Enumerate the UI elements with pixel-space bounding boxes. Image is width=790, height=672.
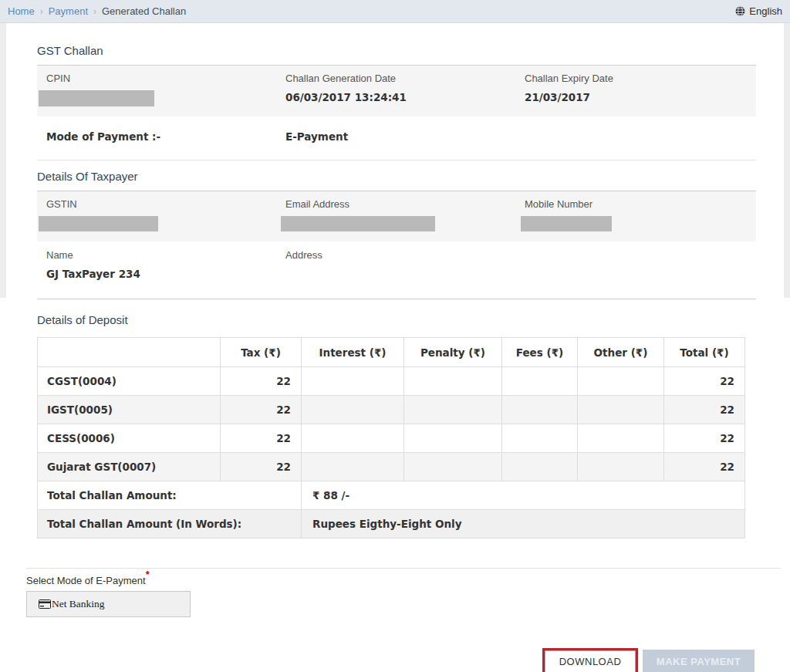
- breadcrumb-bar: Home › Payment › Generated Challan Engli…: [0, 0, 790, 23]
- deposit-title: Details of Deposit: [37, 313, 756, 326]
- mode-of-payment-label: Mode of Payment :-: [46, 130, 285, 143]
- taxpayer-info-panel: GSTIN Email Address Mobile Number: [37, 191, 756, 241]
- gstin-redacted-value: [39, 216, 158, 231]
- generation-date-value: 06/03/2017 13:24:41: [285, 91, 525, 103]
- generated-challan-page: Home › Payment › Generated Challan Engli…: [0, 0, 790, 672]
- credit-card-icon: [39, 599, 51, 609]
- cell-total: 22: [664, 396, 745, 424]
- cell-interest: [302, 367, 404, 396]
- cell-fees: [502, 453, 578, 481]
- column-header-other: Other (₹): [578, 338, 664, 367]
- cell-total: 22: [664, 367, 745, 396]
- name-field: Name GJ TaxPayer 234: [46, 249, 285, 280]
- required-asterisk: *: [146, 569, 150, 580]
- cell-fees: [502, 367, 578, 396]
- cell-penalty: [404, 424, 502, 453]
- net-banking-option[interactable]: Net Banking: [26, 591, 191, 617]
- words-amount: Eigthy-Eight Only: [360, 518, 462, 530]
- mobile-label: Mobile Number: [525, 198, 756, 210]
- cell-interest: [302, 424, 404, 453]
- gst-challan-title: GST Challan: [37, 44, 756, 57]
- breadcrumb: Home › Payment › Generated Challan: [8, 5, 186, 17]
- breadcrumb-home-link[interactable]: Home: [8, 5, 35, 17]
- email-label: Email Address: [285, 198, 525, 210]
- table-row-cess: CESS(0006) 22 22: [38, 424, 745, 453]
- name-address-row: Name GJ TaxPayer 234 Address: [37, 249, 756, 280]
- cell-tax: 22: [221, 424, 302, 453]
- total-in-words-value: Rupees Eigthy-Eight Only: [302, 510, 745, 539]
- cell-total: 22: [664, 453, 745, 481]
- cell-other: [578, 367, 664, 396]
- page-margin-strip-right: [784, 23, 790, 298]
- total-amount-value: ₹ 88 /-: [302, 481, 745, 510]
- cell-other: [578, 396, 664, 424]
- cell-tax: 22: [221, 367, 302, 396]
- row-label: Gujarat GST(0007): [38, 453, 221, 481]
- row-label: IGST(0005): [38, 396, 221, 424]
- cell-other: [578, 424, 664, 453]
- table-row-gujarat-gst: Gujarat GST(0007) 22 22: [38, 453, 745, 481]
- net-banking-label: Net Banking: [52, 598, 105, 610]
- table-row-igst: IGST(0005) 22 22: [38, 396, 745, 424]
- section-divider: [37, 299, 756, 299]
- cell-tax: 22: [221, 453, 302, 481]
- row-label: CESS(0006): [38, 424, 221, 453]
- download-button[interactable]: DOWNLOAD: [545, 650, 636, 672]
- red-highlight-annotation: DOWNLOAD: [542, 648, 638, 672]
- expiry-date-field: Challan Expiry Date 21/03/2017: [525, 73, 756, 106]
- name-value: GJ TaxPayer 234: [46, 268, 285, 280]
- breadcrumb-separator: ›: [93, 6, 96, 17]
- words-prefix: Rupees: [312, 518, 356, 530]
- column-header-interest: Interest (₹): [302, 338, 404, 367]
- name-label: Name: [46, 249, 285, 261]
- make-payment-button[interactable]: MAKE PAYMENT: [643, 650, 755, 672]
- mode-of-payment-value: E-Payment: [285, 130, 348, 143]
- cell-tax: 22: [221, 396, 302, 424]
- total-in-words-row: Total Challan Amount (In Words): Rupees …: [38, 510, 745, 539]
- email-redacted-value: [281, 216, 435, 231]
- language-switcher[interactable]: English: [735, 5, 782, 17]
- cpin-redacted-value: [39, 90, 154, 106]
- breadcrumb-separator: ›: [40, 6, 43, 17]
- mode-of-payment-row: Mode of Payment :- E-Payment: [37, 130, 756, 143]
- cpin-field: CPIN: [37, 73, 285, 106]
- taxpayer-title: Details Of Taxpayer: [37, 170, 756, 183]
- generation-date-field: Challan Generation Date 06/03/2017 13:24…: [285, 73, 525, 106]
- generation-date-label: Challan Generation Date: [285, 73, 525, 84]
- section-divider: [37, 160, 756, 160]
- address-field: Address: [285, 249, 756, 280]
- total-amount-label: Total Challan Amount:: [38, 481, 302, 510]
- total-in-words-label: Total Challan Amount (In Words):: [38, 510, 302, 539]
- column-header-total: Total (₹): [664, 338, 745, 367]
- column-header-penalty: Penalty (₹): [404, 338, 502, 367]
- cell-penalty: [404, 453, 502, 481]
- gstin-field: GSTIN: [37, 198, 285, 231]
- total-amount-row: Total Challan Amount: ₹ 88 /-: [38, 481, 745, 510]
- breadcrumb-current-page: Generated Challan: [102, 5, 186, 17]
- expiry-date-label: Challan Expiry Date: [525, 73, 756, 84]
- cell-fees: [502, 396, 578, 424]
- cell-interest: [302, 453, 404, 481]
- action-buttons: DOWNLOAD MAKE PAYMENT: [26, 648, 781, 672]
- cell-fees: [502, 424, 578, 453]
- cell-penalty: [404, 367, 502, 396]
- address-label: Address: [285, 249, 756, 261]
- column-header-tax: Tax (₹): [221, 338, 302, 367]
- gstin-label: GSTIN: [46, 198, 285, 210]
- table-row-cgst: CGST(0004) 22 22: [38, 367, 745, 396]
- cell-interest: [302, 396, 404, 424]
- cell-other: [578, 453, 664, 481]
- cell-total: 22: [664, 424, 745, 453]
- page-margin-strip-left: [0, 23, 6, 298]
- select-payment-mode-label: Select Mode of E-Payment: [26, 575, 146, 586]
- cpin-label: CPIN: [46, 73, 285, 84]
- column-header-blank: [38, 338, 221, 367]
- globe-icon: [735, 6, 745, 16]
- expiry-date-value: 21/03/2017: [525, 91, 756, 103]
- breadcrumb-payment-link[interactable]: Payment: [49, 5, 88, 17]
- mobile-field: Mobile Number: [525, 198, 756, 231]
- row-label: CGST(0004): [38, 367, 221, 396]
- cell-penalty: [404, 396, 502, 424]
- challan-info-panel: CPIN Challan Generation Date 06/03/2017 …: [37, 66, 756, 117]
- deposit-table: Tax (₹) Interest (₹) Penalty (₹) Fees (₹…: [37, 337, 745, 539]
